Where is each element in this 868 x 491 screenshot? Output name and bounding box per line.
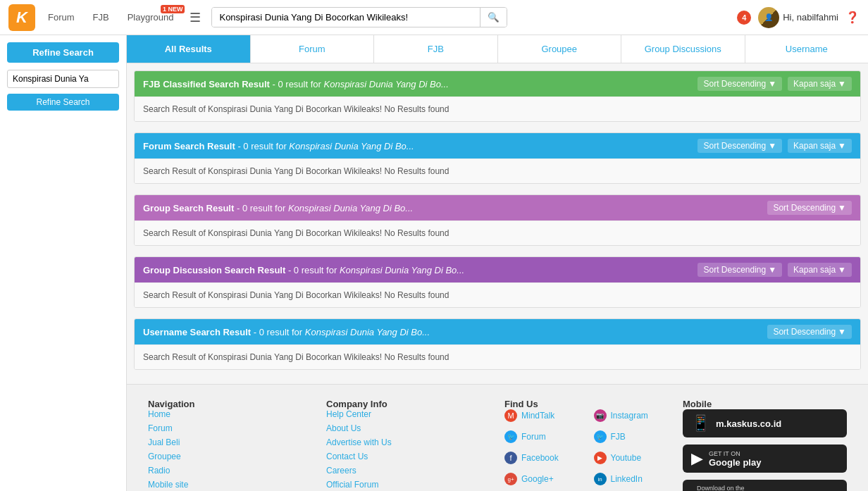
app-store-text: Download on the App Store	[697, 485, 745, 491]
footer-link-radio[interactable]: Radio	[148, 466, 312, 476]
social-item-fjb: 🐦 FJB	[594, 430, 669, 443]
fjb-social-link[interactable]: FJB	[611, 432, 626, 442]
instagram-icon: 📷	[594, 409, 607, 422]
search-button[interactable]: 🔍	[480, 8, 507, 27]
nav-fjb[interactable]: FJB	[87, 12, 115, 23]
footer-link-official-forum[interactable]: Official Forum	[326, 480, 490, 490]
tab-group-discussions[interactable]: Group Discussions	[621, 35, 745, 63]
social-cols: M MindTalk 📷 Instagram 🐦 Forum 🐦	[504, 409, 669, 490]
facebook-icon: f	[504, 452, 517, 464]
avatar: 👤	[758, 7, 779, 28]
groupdisc-sort-wrap: Sort Descending ▼ Kapan saja ▼	[698, 263, 852, 277]
group-result-title: Group Search Result - 0 result for Konsp…	[143, 203, 413, 213]
sidebar: Refine Search Refine Search	[0, 35, 127, 491]
footer-mobile-title: Mobile	[683, 399, 847, 409]
mindtalk-icon: M	[504, 409, 517, 422]
group-sort-wrap: Sort Descending ▼	[767, 201, 852, 215]
sidebar-search-input[interactable]	[7, 70, 119, 88]
notification-badge[interactable]: 4	[737, 11, 751, 25]
social-item-linkedin: in LinkedIn	[594, 473, 669, 485]
nav-playground[interactable]: Playground	[122, 12, 180, 23]
forum-result-header: Forum Search Result - 0 result for Konsp…	[135, 133, 860, 159]
header: K Forum FJB Playground 1 NEW ☰ 🔍 4 👤 Hi,…	[0, 0, 868, 35]
tab-groupee[interactable]: Groupee	[498, 35, 622, 63]
group-result-section: Group Search Result - 0 result for Konsp…	[134, 194, 861, 246]
google-play-btn[interactable]: ▶ GET IT ON Google play	[683, 445, 847, 473]
forum-sort-wrap: Sort Descending ▼ Kapan saja ▼	[698, 139, 852, 153]
tab-fjb[interactable]: FJB	[374, 35, 498, 63]
group-sort-btn[interactable]: Sort Descending ▼	[767, 201, 852, 215]
footer: Navigation Home Forum Jual Beli Groupee …	[127, 384, 868, 491]
forum-sort-btn[interactable]: Sort Descending ▼	[698, 139, 782, 153]
tab-forum[interactable]: Forum	[251, 35, 375, 63]
footer-link-jual-beli[interactable]: Jual Beli	[148, 437, 312, 447]
forum-social-link[interactable]: Forum	[521, 432, 546, 442]
tab-all-results[interactable]: All Results	[127, 35, 251, 63]
footer-grid: Navigation Home Forum Jual Beli Groupee …	[148, 399, 847, 491]
gplus-link[interactable]: Google+	[521, 474, 554, 484]
search-input[interactable]	[212, 8, 480, 27]
nav-playground-wrap: Playground 1 NEW	[122, 12, 180, 23]
avatar-wrap[interactable]: 👤 Hi, nabilfahmi	[758, 7, 838, 28]
footer-company-title: Company Info	[326, 399, 490, 409]
user-greeting: Hi, nabilfahmi	[783, 12, 838, 23]
footer-link-about-us[interactable]: About Us	[326, 423, 490, 433]
tab-username[interactable]: Username	[745, 35, 869, 63]
username-sort-wrap: Sort Descending ▼	[767, 325, 852, 339]
forum-kapan-btn[interactable]: Kapan saja ▼	[788, 139, 852, 153]
kaskus-mobile-btn[interactable]: 📱 m.kaskus.co.id	[683, 409, 847, 437]
playground-badge: 1 NEW	[161, 5, 185, 13]
google-play-text: GET IT ON Google play	[709, 450, 761, 468]
footer-link-groupee[interactable]: Groupee	[148, 452, 312, 461]
google-play-main: Google play	[709, 457, 761, 468]
instagram-link[interactable]: Instagram	[611, 411, 648, 421]
help-icon[interactable]: ❓	[845, 11, 860, 24]
main-layout: Refine Search Refine Search All Results …	[0, 35, 868, 491]
social-item-forum: 🐦 Forum	[504, 430, 580, 443]
logo[interactable]: K	[8, 4, 35, 31]
footer-link-careers[interactable]: Careers	[326, 466, 490, 476]
facebook-link[interactable]: Facebook	[521, 453, 559, 463]
social-item-youtube: ▶ Youtube	[594, 452, 669, 464]
fjb-kapan-btn[interactable]: Kapan saja ▼	[788, 77, 852, 91]
footer-link-help-center[interactable]: Help Center	[326, 409, 490, 419]
google-play-icon: ▶	[691, 449, 703, 468]
username-result-title: Username Search Result - 0 result for Ko…	[143, 327, 430, 337]
kaskus-mobile-text: m.kaskus.co.id	[716, 418, 781, 429]
username-sort-btn[interactable]: Sort Descending ▼	[767, 325, 852, 339]
nav-forum[interactable]: Forum	[42, 12, 80, 23]
mobile-phone-icon: 📱	[691, 414, 710, 433]
forum-result-title: Forum Search Result - 0 result for Konsp…	[143, 141, 414, 151]
google-play-sub: GET IT ON	[709, 450, 761, 457]
mindtalk-link[interactable]: MindTalk	[521, 411, 554, 421]
footer-link-contact[interactable]: Contact Us	[326, 452, 490, 461]
gplus-icon: g+	[504, 473, 517, 485]
tabs-bar: All Results Forum FJB Groupee Group Disc…	[127, 35, 868, 63]
refine-search-button[interactable]: Refine Search	[7, 42, 119, 63]
footer-company: Company Info Help Center About Us Advert…	[326, 399, 490, 491]
fjb-sort-btn[interactable]: Sort Descending ▼	[698, 77, 782, 91]
footer-link-forum[interactable]: Forum	[148, 423, 312, 433]
groupdisc-kapan-btn[interactable]: Kapan saja ▼	[788, 263, 852, 277]
groupdisc-sort-btn[interactable]: Sort Descending ▼	[698, 263, 782, 277]
fjb-result-title: FJB Classified Search Result - 0 result …	[143, 79, 449, 89]
username-result-section: Username Search Result - 0 result for Ko…	[134, 318, 861, 370]
header-right: 4 👤 Hi, nabilfahmi ❓	[737, 7, 860, 28]
fjb-sort-wrap: Sort Descending ▼ Kapan saja ▼	[698, 77, 852, 91]
hamburger-icon[interactable]: ☰	[186, 10, 204, 25]
kaskus-mobile-main: m.kaskus.co.id	[716, 418, 781, 429]
fjb-result-section: FJB Classified Search Result - 0 result …	[134, 70, 861, 122]
content-area: All Results Forum FJB Groupee Group Disc…	[127, 35, 868, 491]
results-container: FJB Classified Search Result - 0 result …	[127, 63, 868, 377]
fjb-twitter-icon: 🐦	[594, 430, 607, 443]
footer-link-home[interactable]: Home	[148, 409, 312, 419]
youtube-link[interactable]: Youtube	[611, 453, 642, 463]
social-item-instagram: 📷 Instagram	[594, 409, 669, 422]
footer-navigation: Navigation Home Forum Jual Beli Groupee …	[148, 399, 312, 491]
fjb-result-header: FJB Classified Search Result - 0 result …	[135, 71, 860, 97]
linkedin-link[interactable]: LinkedIn	[611, 474, 643, 484]
footer-link-mobile-site[interactable]: Mobile site	[148, 480, 312, 490]
sidebar-refine-submit[interactable]: Refine Search	[7, 94, 119, 111]
app-store-btn[interactable]: Download on the App Store	[683, 480, 847, 491]
footer-link-advertise[interactable]: Advertise with Us	[326, 437, 490, 447]
